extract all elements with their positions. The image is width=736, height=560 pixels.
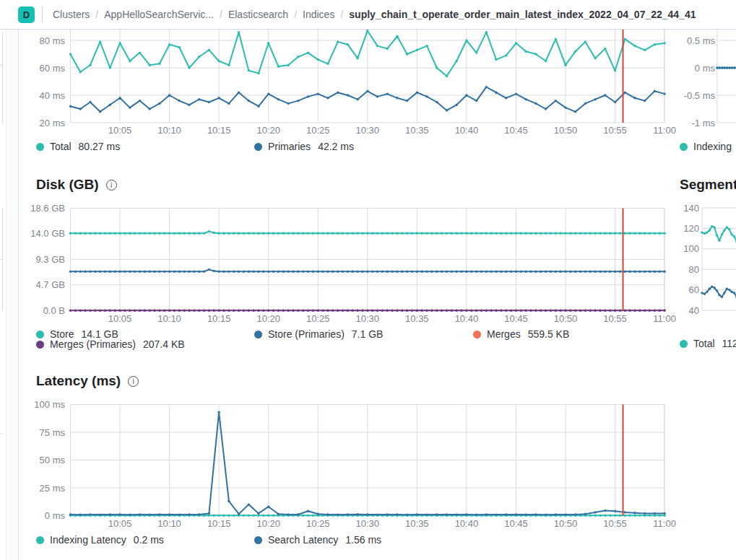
series-dot	[36, 536, 44, 544]
breadcrumb-separator: /	[95, 9, 98, 20]
svg-text:10:45: 10:45	[504, 125, 528, 136]
cut-chart-gridline	[0, 433, 2, 434]
svg-text:10:40: 10:40	[455, 313, 479, 324]
svg-text:11:00: 11:00	[653, 125, 676, 136]
svg-text:80 ms: 80 ms	[40, 35, 66, 46]
series-dot	[254, 536, 262, 544]
series-dot	[680, 143, 688, 151]
svg-text:4.7 GB: 4.7 GB	[36, 279, 65, 290]
svg-text:40 ms: 40 ms	[40, 90, 66, 101]
cut-chart-gridline	[0, 259, 2, 260]
svg-text:10:55: 10:55	[603, 518, 627, 527]
legend-item-merges[interactable]: Merges 559.5 KB	[473, 328, 569, 340]
svg-text:100 ms: 100 ms	[34, 399, 65, 410]
svg-text:10:40: 10:40	[455, 125, 479, 136]
svg-text:100: 100	[683, 243, 699, 254]
svg-text:10:35: 10:35	[405, 125, 429, 136]
svg-text:20 ms: 20 ms	[40, 118, 66, 128]
svg-text:10:10: 10:10	[157, 518, 181, 527]
svg-text:75 ms: 75 ms	[40, 427, 66, 438]
breadcrumb-bar: D Clusters / AppHelloSearchServic... / E…	[0, 0, 736, 30]
legend-item-merges-primaries[interactable]: Merges (Primaries) 207.4 KB	[36, 338, 185, 350]
segment-chart-title: Segment	[680, 177, 736, 193]
breadcrumb-separator: /	[294, 9, 297, 20]
chart-canvas-latency[interactable]: 100 ms75 ms50 ms25 ms0 ms10:0510:1010:15…	[29, 398, 679, 527]
disk-chart-title: Disk (GB) i	[36, 177, 117, 193]
svg-text:10:50: 10:50	[554, 518, 578, 527]
svg-text:10:20: 10:20	[256, 125, 280, 136]
svg-text:10:05: 10:05	[108, 125, 132, 136]
breadcrumb-current-index: suply_chain_t_operate_order_main_latest_…	[349, 9, 696, 20]
svg-text:10:50: 10:50	[554, 125, 578, 136]
monitoring-index-page: D Clusters / AppHelloSearchServic... / E…	[0, 0, 736, 560]
breadcrumb-indices[interactable]: Indices	[303, 9, 334, 20]
svg-text:0.0 B: 0.0 B	[43, 305, 65, 316]
legend-item-search-latency[interactable]: Search Latency 1.56 ms	[254, 534, 381, 546]
breadcrumb-separator: /	[220, 9, 222, 20]
chart-canvas-disk[interactable]: 18.6 GB14.0 GB9.3 GB4.7 GB0.0 B10:0510:1…	[29, 202, 679, 325]
svg-text:10:35: 10:35	[405, 313, 429, 324]
svg-text:80: 80	[689, 264, 699, 275]
svg-text:10:05: 10:05	[108, 313, 132, 324]
svg-text:60: 60	[689, 284, 699, 295]
svg-text:0 ms: 0 ms	[45, 510, 66, 521]
cut-chart-gridline	[0, 65, 2, 66]
svg-text:9.3 GB: 9.3 GB	[36, 254, 65, 265]
svg-text:0 ms: 0 ms	[695, 63, 716, 74]
svg-text:140: 140	[683, 203, 699, 214]
chart-canvas-top-metric[interactable]: 80 ms60 ms40 ms20 ms10:0510:1010:1510:20…	[29, 30, 679, 138]
chart-canvas-segment[interactable]: 140120100806040	[675, 202, 736, 325]
breadcrumb-cluster-name[interactable]: AppHelloSearchServic...	[104, 9, 214, 20]
svg-text:10:10: 10:10	[157, 125, 181, 136]
breadcrumb-clusters[interactable]: Clusters	[53, 9, 90, 20]
series-dot	[254, 331, 262, 338]
breadcrumb: Clusters / AppHelloSearchServic... / Ela…	[53, 9, 696, 20]
svg-text:0.5 ms: 0.5 ms	[687, 35, 716, 46]
svg-text:10:15: 10:15	[207, 518, 231, 527]
left-gutter	[6, 30, 19, 560]
legend-item-total[interactable]: Total 80.27 ms	[36, 141, 120, 152]
legend-item-store-primaries[interactable]: Store (Primaries) 7.1 GB	[254, 328, 383, 340]
info-icon[interactable]: i	[106, 180, 117, 191]
svg-text:10:15: 10:15	[207, 125, 231, 136]
breadcrumb-elasticsearch[interactable]: Elasticsearch	[228, 9, 288, 20]
svg-text:10:55: 10:55	[603, 125, 627, 136]
svg-text:10:25: 10:25	[306, 125, 330, 136]
series-dot	[36, 143, 44, 151]
series-dot	[36, 331, 44, 338]
info-icon[interactable]: i	[128, 376, 139, 387]
svg-text:10:25: 10:25	[306, 313, 330, 324]
svg-text:10:05: 10:05	[108, 518, 132, 527]
svg-text:10:30: 10:30	[356, 313, 380, 324]
cut-chart-border	[2, 32, 3, 124]
svg-text:18.6 GB: 18.6 GB	[30, 203, 65, 214]
svg-text:10:40: 10:40	[455, 518, 479, 527]
legend-item-indexing-latency[interactable]: Indexing Latency 0.2 ms	[36, 534, 164, 546]
svg-text:10:20: 10:20	[256, 313, 280, 324]
series-dot	[680, 340, 688, 348]
series-dot	[473, 331, 481, 338]
series-dot	[36, 341, 44, 349]
svg-text:10:45: 10:45	[504, 518, 528, 527]
breadcrumb-separator: /	[340, 9, 343, 20]
svg-text:10:35: 10:35	[405, 518, 429, 527]
svg-text:11:00: 11:00	[653, 313, 676, 324]
cut-chart-border	[2, 208, 3, 311]
header-divider	[42, 6, 43, 23]
svg-text:10:25: 10:25	[306, 518, 330, 527]
chart-canvas-indexing-rate[interactable]: 0.5 ms0 ms-0.5 ms-1 ms	[675, 30, 736, 138]
legend-item-indexing[interactable]: Indexing 0	[680, 141, 736, 152]
svg-text:10:45: 10:45	[504, 313, 528, 324]
svg-text:10:30: 10:30	[356, 518, 380, 527]
svg-text:14.0 GB: 14.0 GB	[30, 228, 65, 239]
deployment-badge[interactable]: D	[18, 6, 35, 23]
legend-item-segment-total[interactable]: Total 112	[680, 338, 736, 349]
svg-text:-1 ms: -1 ms	[692, 118, 716, 128]
legend-item-primaries[interactable]: Primaries 42.2 ms	[254, 141, 354, 152]
svg-text:10:15: 10:15	[207, 313, 231, 324]
latency-chart-title: Latency (ms) i	[36, 373, 139, 389]
svg-text:10:50: 10:50	[554, 313, 578, 324]
svg-text:10:10: 10:10	[157, 313, 181, 324]
svg-text:60 ms: 60 ms	[40, 63, 66, 74]
svg-text:11:00: 11:00	[653, 518, 676, 527]
